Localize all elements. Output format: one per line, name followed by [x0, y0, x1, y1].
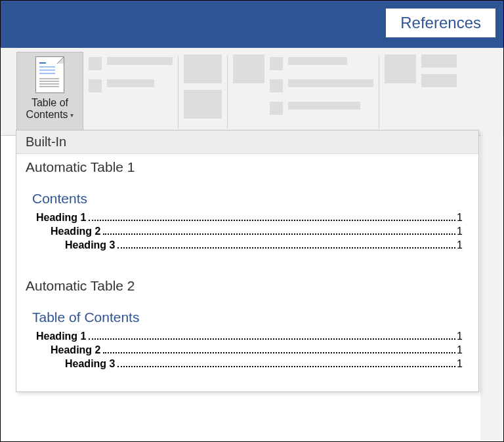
- ribbon-placeholder[interactable]: [270, 102, 373, 115]
- document-gutter: [480, 135, 503, 441]
- ribbon-placeholder[interactable]: [270, 57, 373, 70]
- ribbon-placeholder[interactable]: [270, 79, 373, 92]
- ribbon-placeholder[interactable]: [184, 54, 222, 83]
- toc-preview-row: Heading 21: [32, 226, 463, 237]
- toc-option-automatic-table-1[interactable]: Automatic Table 1 Contents Heading 11 He…: [16, 154, 478, 273]
- toc-option-label: Automatic Table 2: [26, 278, 469, 294]
- toc-preview-row: Heading 11: [32, 212, 463, 224]
- ribbon-placeholder[interactable]: [233, 54, 264, 83]
- chevron-down-icon: ▾: [69, 111, 74, 119]
- toc-preview-title: Table of Contents: [32, 310, 463, 325]
- toc-option-label: Automatic Table 1: [26, 159, 469, 175]
- ribbon-placeholder[interactable]: [385, 54, 416, 83]
- table-of-contents-label: Table of Contents ▾: [26, 97, 74, 121]
- ribbon-placeholder[interactable]: [421, 54, 457, 68]
- toc-option-automatic-table-2[interactable]: Automatic Table 2 Table of Contents Head…: [16, 273, 478, 392]
- table-of-contents-gallery: Built-In Automatic Table 1 Contents Head…: [16, 130, 479, 392]
- titlebar: References: [1, 1, 503, 48]
- toc-preview-row: Heading 31: [32, 358, 463, 370]
- gallery-section-built-in: Built-In: [16, 131, 478, 154]
- toc-preview-row: Heading 31: [32, 239, 463, 251]
- ribbon: Table of Contents ▾: [1, 48, 503, 136]
- table-of-contents-icon: [35, 56, 64, 93]
- tab-references[interactable]: References: [386, 9, 495, 37]
- table-of-contents-button[interactable]: Table of Contents ▾: [16, 52, 83, 134]
- ribbon-placeholder[interactable]: [89, 79, 173, 92]
- toc-preview-row: Heading 11: [32, 331, 463, 342]
- ribbon-placeholder[interactable]: [89, 57, 173, 70]
- ribbon-placeholder[interactable]: [184, 90, 222, 119]
- ribbon-placeholder[interactable]: [421, 74, 457, 87]
- toc-preview-title: Contents: [32, 191, 463, 207]
- toc-preview-row: Heading 21: [32, 344, 463, 356]
